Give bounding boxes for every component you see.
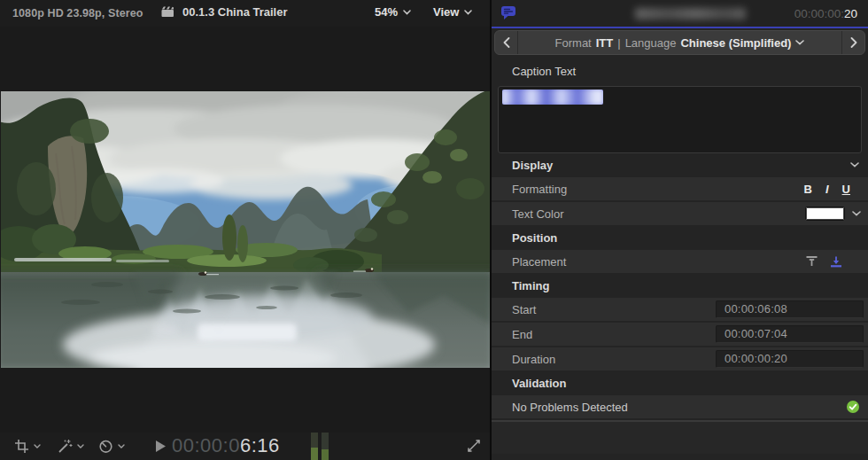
- caption-text-input[interactable]: [498, 86, 862, 153]
- crop-button[interactable]: [14, 439, 41, 454]
- chevron-down-icon: [464, 10, 472, 15]
- project-title-group: 00.1.3 China Trailer: [161, 5, 288, 19]
- chevron-down-icon: [795, 40, 804, 45]
- section-header-display[interactable]: Display: [492, 154, 868, 175]
- format-language-dropdown[interactable]: Format ITT | Language Chinese (Simplifie…: [518, 31, 841, 54]
- viewer-video-canvas[interactable]: [1, 91, 490, 368]
- duration-row: Duration 00:00:00:20: [492, 347, 868, 370]
- end-row: End 00:00:07:04: [492, 323, 868, 346]
- playhead-timecode[interactable]: 00:00:06:16: [172, 434, 280, 457]
- caption-inspector-pane: 00:00:00:20 Format ITT | Language Chines…: [492, 0, 868, 460]
- formatting-row: Formatting B I U: [492, 177, 868, 200]
- underline-button[interactable]: U: [842, 183, 850, 196]
- start-timecode-field[interactable]: 00:00:06:08: [716, 300, 864, 318]
- section-header-validation: Validation: [492, 372, 868, 394]
- selection-accent-line: [492, 27, 868, 28]
- zoom-dropdown[interactable]: 54%: [375, 5, 411, 19]
- start-row: Start 00:00:06:08: [492, 298, 868, 321]
- caption-title-blurred: [635, 8, 746, 19]
- validation-status-text: No Problems Detected: [492, 401, 628, 414]
- prev-caption-button[interactable]: [495, 31, 518, 54]
- color-swatch[interactable]: [805, 207, 845, 221]
- format-language-bar: Format ITT | Language Chinese (Simplifie…: [494, 30, 865, 55]
- magic-wand-icon: [57, 439, 73, 454]
- bold-button[interactable]: B: [804, 183, 812, 196]
- clapperboard-icon: [161, 6, 174, 18]
- inspector-topbar: 00:00:00:20: [492, 0, 868, 27]
- placement-row: Placement: [492, 250, 868, 273]
- validation-status-row: No Problems Detected: [492, 395, 868, 418]
- media-format-info: 1080p HD 23.98p, Stereo: [12, 7, 143, 19]
- chevron-down-icon: [118, 444, 125, 448]
- chevron-down-icon: [403, 10, 411, 15]
- viewer-toolbar: 00:00:06:16: [0, 433, 490, 460]
- chevron-down-icon: [77, 444, 84, 448]
- italic-button[interactable]: I: [825, 183, 829, 196]
- retime-gauge-icon: [98, 439, 113, 454]
- duration-timecode-field[interactable]: 00:00:00:20: [716, 350, 864, 368]
- chevron-down-icon: [34, 444, 41, 448]
- section-header-timing: Timing: [492, 275, 868, 296]
- retime-button[interactable]: [98, 439, 125, 454]
- audio-meter-left: [311, 433, 318, 460]
- align-top-icon[interactable]: [805, 255, 818, 268]
- caption-text-label: Caption Text: [512, 65, 576, 78]
- inspector-footer: [492, 422, 868, 454]
- project-title: 00.1.3 China Trailer: [182, 5, 288, 19]
- caption-badge-icon: [500, 5, 517, 20]
- inspector-content: Caption Text Display Formatting B I: [492, 57, 868, 454]
- text-color-row: Text Color: [492, 202, 868, 225]
- align-bottom-icon[interactable]: [829, 255, 843, 268]
- caption-timecode: 00:00:00:20: [794, 7, 857, 20]
- expand-button[interactable]: [467, 439, 481, 453]
- play-button[interactable]: [156, 441, 166, 452]
- video-frame: [1, 91, 490, 368]
- audio-meter-right: [322, 433, 329, 460]
- fcp-caption-editor: 1080p HD 23.98p, Stereo 00.1.3 China Tra…: [0, 0, 868, 460]
- end-timecode-field[interactable]: 00:00:07:04: [716, 325, 864, 343]
- chevron-down-icon[interactable]: [850, 162, 859, 168]
- viewer-topbar: 1080p HD 23.98p, Stereo 00.1.3 China Tra…: [0, 0, 490, 27]
- section-header-position: Position: [492, 227, 868, 248]
- view-dropdown[interactable]: View: [433, 5, 472, 19]
- check-circle-icon: [846, 400, 860, 414]
- enhancements-button[interactable]: [57, 439, 84, 454]
- chevron-down-icon[interactable]: [852, 211, 861, 216]
- viewer-pane: 1080p HD 23.98p, Stereo 00.1.3 China Tra…: [0, 0, 490, 460]
- crop-icon: [14, 439, 29, 454]
- next-caption-button[interactable]: [841, 31, 864, 54]
- caption-text-selection-blurred: [502, 90, 603, 105]
- audio-meters: [311, 433, 329, 460]
